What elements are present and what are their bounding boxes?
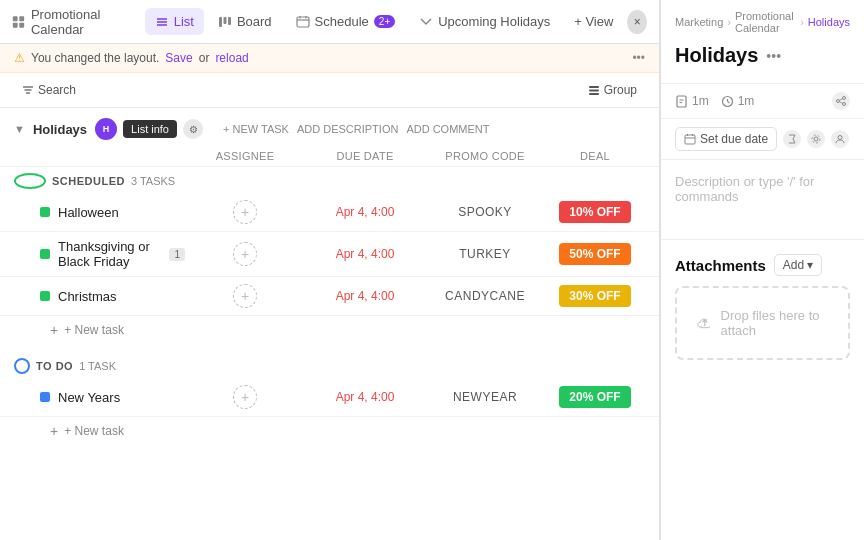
description-area[interactable]: Description or type '/' for commands bbox=[661, 160, 864, 240]
right-panel: Marketing › Promotional Calendar › Holid… bbox=[660, 0, 864, 540]
plus-icon: + bbox=[50, 322, 58, 338]
col-promo-code: PROMO CODE bbox=[425, 150, 545, 162]
table-header: ASSIGNEE DUE DATE PROMO CODE DEAL bbox=[0, 146, 659, 167]
save-link[interactable]: Save bbox=[165, 51, 192, 65]
breadcrumb-marketing: Marketing bbox=[675, 16, 723, 28]
group-settings-button[interactable]: ⚙ bbox=[183, 119, 203, 139]
flag-icon[interactable] bbox=[783, 130, 801, 148]
assignee-add-button[interactable]: + bbox=[233, 242, 257, 266]
new-task-action[interactable]: + NEW TASK bbox=[223, 123, 289, 135]
task-name: Christmas bbox=[58, 289, 117, 304]
group-name: Holidays bbox=[33, 122, 87, 137]
breadcrumb-holidays: Holidays bbox=[808, 16, 850, 28]
scheduled-label: SCHEDULED bbox=[52, 175, 125, 187]
add-attachment-button[interactable]: Add ▾ bbox=[774, 254, 822, 276]
attachments-header: Attachments Add ▾ bbox=[675, 254, 850, 276]
breadcrumb-promo: Promotional Calendar bbox=[735, 10, 796, 34]
svg-rect-8 bbox=[223, 17, 226, 24]
todo-count: 1 TASK bbox=[79, 360, 116, 372]
table-row[interactable]: Christmas + Apr 4, 4:00 CANDYCANE 30% OF… bbox=[0, 277, 659, 316]
col-due-date: DUE DATE bbox=[305, 150, 425, 162]
deal-cell: 10% OFF bbox=[545, 201, 645, 223]
chevron-down-icon: ▾ bbox=[807, 258, 813, 272]
scheduled-circle bbox=[14, 173, 46, 189]
description-placeholder: Description or type '/' for commands bbox=[675, 174, 814, 204]
add-comment-action[interactable]: ADD COMMENT bbox=[406, 123, 489, 135]
table-row[interactable]: New Years + Apr 4, 4:00 NEWYEAR 20% OFF bbox=[0, 378, 659, 417]
tab-board[interactable]: Board bbox=[208, 8, 282, 35]
table-row[interactable]: Thanksgiving or Black Friday 1 + Apr 4, … bbox=[0, 232, 659, 277]
group-button[interactable]: Group bbox=[580, 79, 645, 101]
filter-button[interactable]: Search bbox=[14, 79, 84, 101]
timer-icon bbox=[675, 95, 688, 108]
panel-actions: Set due date bbox=[661, 119, 864, 160]
nav-logo: Promotional Calendar bbox=[12, 7, 133, 37]
user-svg bbox=[835, 134, 845, 144]
flag-svg bbox=[787, 134, 797, 144]
due-date-button[interactable]: Set due date bbox=[675, 127, 777, 151]
tab-upcoming-label: Upcoming Holidays bbox=[438, 14, 550, 29]
assignee-add-button[interactable]: + bbox=[233, 200, 257, 224]
panel-more-button[interactable]: ••• bbox=[766, 48, 781, 64]
close-icon: × bbox=[634, 15, 641, 29]
promo-code-cell: TURKEY bbox=[425, 247, 545, 261]
schedule-badge: 2+ bbox=[374, 15, 395, 28]
close-button[interactable]: × bbox=[627, 10, 647, 34]
add-description-action[interactable]: ADD DESCRIPTION bbox=[297, 123, 398, 135]
promo-code-cell: SPOOKY bbox=[425, 205, 545, 219]
avatar-initials: H bbox=[103, 124, 110, 134]
tab-board-label: Board bbox=[237, 14, 272, 29]
top-nav: Promotional Calendar List Board bbox=[0, 0, 659, 44]
svg-rect-17 bbox=[589, 86, 599, 88]
todo-circle bbox=[14, 358, 30, 374]
tab-schedule[interactable]: Schedule 2+ bbox=[286, 8, 406, 35]
panel-meta: 1m 1m bbox=[661, 84, 864, 119]
due-date-cell: Apr 4, 4:00 bbox=[305, 289, 425, 303]
tab-list[interactable]: List bbox=[145, 8, 204, 35]
assignee-add-button[interactable]: + bbox=[233, 385, 257, 409]
svg-rect-19 bbox=[589, 93, 599, 95]
meta-timer: 1m bbox=[675, 94, 709, 108]
svg-rect-3 bbox=[19, 22, 24, 27]
tab-upcoming[interactable]: Upcoming Holidays bbox=[409, 8, 560, 35]
notif-more-button[interactable]: ••• bbox=[632, 51, 645, 65]
reload-link[interactable]: reload bbox=[215, 51, 248, 65]
toolbar: Search Group bbox=[0, 73, 659, 108]
share-icon[interactable] bbox=[832, 92, 850, 110]
task-color-dot bbox=[40, 249, 50, 259]
assignee-cell: + bbox=[185, 385, 305, 409]
settings-icon[interactable] bbox=[807, 130, 825, 148]
new-task-button-todo[interactable]: + + New task bbox=[0, 417, 659, 445]
task-name-cell: Christmas bbox=[14, 289, 185, 304]
panel-title: Holidays bbox=[675, 44, 758, 67]
nav-logo-text: Promotional Calendar bbox=[31, 7, 133, 37]
view-button[interactable]: + View bbox=[564, 8, 623, 35]
deal-badge: 30% OFF bbox=[559, 285, 630, 307]
breadcrumb-sep1: › bbox=[727, 16, 731, 28]
svg-rect-9 bbox=[228, 17, 231, 25]
scheduled-section: SCHEDULED 3 TASKS Halloween + Apr 4, 4:0… bbox=[0, 167, 659, 344]
breadcrumb: Marketing › Promotional Calendar › Holid… bbox=[675, 10, 850, 34]
filter-icon bbox=[22, 84, 34, 96]
group-avatar[interactable]: H bbox=[95, 118, 117, 140]
task-color-dot bbox=[40, 291, 50, 301]
assignee-add-button[interactable]: + bbox=[233, 284, 257, 308]
task-color-dot bbox=[40, 207, 50, 217]
plus-icon: + bbox=[50, 423, 58, 439]
svg-rect-7 bbox=[219, 17, 222, 27]
upload-icon bbox=[697, 313, 713, 333]
task-name: Halloween bbox=[58, 205, 119, 220]
svg-point-37 bbox=[838, 136, 842, 140]
attachments-title: Attachments bbox=[675, 257, 766, 274]
svg-line-25 bbox=[727, 101, 729, 103]
col-assignee: ASSIGNEE bbox=[185, 150, 305, 162]
group-label: Group bbox=[604, 83, 637, 97]
table-row[interactable]: Halloween + Apr 4, 4:00 SPOOKY 10% OFF bbox=[0, 193, 659, 232]
notification-bar: ⚠ You changed the layout. Save or reload… bbox=[0, 44, 659, 73]
drop-zone: Drop files here to attach bbox=[675, 286, 850, 360]
share-svg bbox=[836, 96, 846, 106]
clock-icon bbox=[721, 95, 734, 108]
new-task-button[interactable]: + + New task bbox=[0, 316, 659, 344]
user-icon[interactable] bbox=[831, 130, 849, 148]
group-toggle[interactable]: ▼ bbox=[14, 123, 25, 135]
